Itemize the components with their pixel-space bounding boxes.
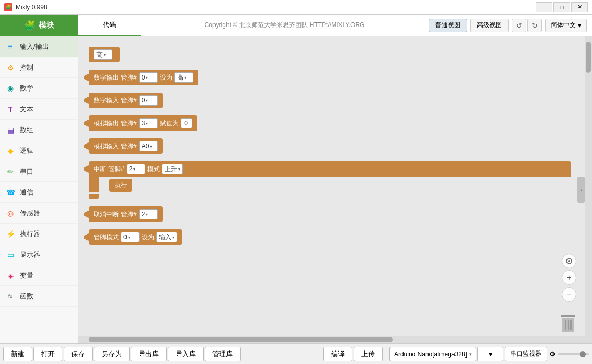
block-group-2: 数字输出 管脚# 0 ▾ 设为 高 ▾ xyxy=(89,70,571,85)
control-icon: ⚙ xyxy=(5,62,16,73)
sidebar-item-array[interactable]: ▦ 数组 xyxy=(0,120,78,140)
sidebar-item-actuator[interactable]: ⚡ 执行器 xyxy=(0,224,78,244)
pin-dropdown-3[interactable]: 0 ▾ xyxy=(139,95,158,106)
app-title: Mixly 0.998 xyxy=(16,4,47,11)
sidebar: ≡ 输入/输出 ⚙ 控制 ◉ 数学 T 文本 ▦ 数组 ◆ 逻辑 ✏ 串口 ☎ xyxy=(0,36,78,343)
pin-label-4: 管脚# xyxy=(121,119,137,128)
comm-icon: ☎ xyxy=(5,187,16,198)
block-pin-mode[interactable]: 管脚模式 0 ▾ 设为 输入 ▾ xyxy=(89,229,182,245)
sidebar-item-func[interactable]: fx 函数 xyxy=(0,286,78,307)
sidebar-item-display[interactable]: ▭ 显示器 xyxy=(0,244,78,265)
pin-dropdown-5[interactable]: A0 ▾ xyxy=(139,141,158,151)
title-bar-left: 🧩 Mixly 0.998 xyxy=(4,3,47,11)
port-select[interactable]: ▾ xyxy=(477,347,503,361)
zoom-in-button[interactable]: + xyxy=(562,270,576,285)
vertical-scrollbar[interactable] xyxy=(585,36,592,343)
sidebar-sensor-label: 传感器 xyxy=(20,209,40,218)
sidebar-item-logic[interactable]: ◆ 逻辑 xyxy=(0,140,78,161)
block-high-value[interactable]: 高 ▾ xyxy=(89,47,120,62)
minimize-button[interactable]: — xyxy=(536,2,552,12)
block-analog-output[interactable]: 模拟输出 管脚# 3 ▾ 赋值为 0 xyxy=(89,115,197,131)
collapse-panel-button[interactable]: › xyxy=(577,177,585,203)
export-lib-button[interactable]: 导出库 xyxy=(131,347,167,361)
code-tab[interactable]: 代码 xyxy=(78,15,141,36)
sidebar-text-label: 文本 xyxy=(20,105,33,114)
undo-button[interactable]: ↺ xyxy=(512,19,526,32)
sidebar-item-serial[interactable]: ✏ 串口 xyxy=(0,161,78,182)
exec-label: 执行 xyxy=(115,181,127,190)
sidebar-item-var[interactable]: ◈ 变量 xyxy=(0,265,78,286)
board-name: Arduino Nano[atmega328] xyxy=(394,350,467,358)
block-digital-output[interactable]: 数字输出 管脚# 0 ▾ 设为 高 ▾ xyxy=(89,70,198,85)
toolbar-separator-2 xyxy=(386,348,386,360)
speed-slider[interactable] xyxy=(558,347,589,361)
pin-dropdown-8[interactable]: 0 ▾ xyxy=(121,232,140,242)
save-button[interactable]: 保存 xyxy=(64,347,93,361)
advanced-view-button[interactable]: 高级视图 xyxy=(470,19,509,32)
sidebar-logic-label: 逻辑 xyxy=(20,146,33,155)
close-button[interactable]: ✕ xyxy=(571,2,588,12)
analog-input-label: 模拟输入 xyxy=(94,142,119,151)
language-button[interactable]: 简体中文 ▾ xyxy=(545,19,587,32)
canvas-area[interactable]: 高 ▾ 数字输出 管脚# 0 ▾ 设为 高 ▾ xyxy=(78,36,592,343)
scrollbar-thumb[interactable] xyxy=(586,42,591,73)
zoom-out-button[interactable]: − xyxy=(562,287,576,302)
open-button[interactable]: 打开 xyxy=(33,347,62,361)
dropdown-arrow-8: ▾ xyxy=(128,235,130,240)
analog-value-4[interactable]: 0 xyxy=(181,118,192,128)
board-select[interactable]: Arduino Nano[atmega328] ▾ xyxy=(389,347,476,361)
interrupt-label: 中断 xyxy=(94,165,106,174)
math-icon: ◉ xyxy=(5,83,16,94)
normal-view-button[interactable]: 普通视图 xyxy=(429,19,467,32)
func-icon: fx xyxy=(5,291,16,302)
sidebar-array-label: 数组 xyxy=(20,125,33,135)
import-lib-button[interactable]: 导入库 xyxy=(168,347,204,361)
pin-dropdown-2[interactable]: 0 ▾ xyxy=(139,72,158,83)
zoom-reset-icon xyxy=(565,257,573,265)
dropdown-arrow: ▾ xyxy=(104,53,106,57)
pin-dropdown-4[interactable]: 3 ▾ xyxy=(139,118,158,128)
pin-dropdown-6[interactable]: 2 ▾ xyxy=(127,164,145,174)
hscrollbar-thumb[interactable] xyxy=(89,337,393,342)
redo-button[interactable]: ↻ xyxy=(527,19,542,32)
value-dropdown-2[interactable]: 高 ▾ xyxy=(174,72,193,83)
sidebar-item-comm[interactable]: ☎ 通信 xyxy=(0,182,78,203)
block-analog-input[interactable]: 模拟输入 管脚# A0 ▾ xyxy=(89,138,163,154)
mode-dropdown-6[interactable]: 上升 ▾ xyxy=(162,164,183,174)
upload-button[interactable]: 上传 xyxy=(354,347,383,361)
serial-monitor-label: 串口监视器 xyxy=(510,349,541,358)
block-interrupt[interactable]: 中断 管脚# 2 ▾ 模式 上升 ▾ xyxy=(89,161,571,199)
block-cancel-interrupt[interactable]: 取消中断 管脚# 2 ▾ xyxy=(89,206,163,222)
pin-mode-label: 管脚模式 xyxy=(94,233,119,242)
cancel-interrupt-label: 取消中断 xyxy=(94,210,119,219)
app-icon: 🧩 xyxy=(4,3,12,11)
interrupt-header[interactable]: 中断 管脚# 2 ▾ 模式 上升 ▾ xyxy=(89,161,571,177)
compile-button[interactable]: 编译 xyxy=(323,347,352,361)
trash-area[interactable] xyxy=(559,313,577,334)
new-button[interactable]: 新建 xyxy=(3,347,32,361)
sidebar-item-sensor[interactable]: ◎ 传感器 xyxy=(0,203,78,224)
port-dropdown-arrow: ▾ xyxy=(489,350,493,358)
sidebar-item-text[interactable]: T 文本 xyxy=(0,99,78,120)
pin-dropdown-7[interactable]: 2 ▾ xyxy=(139,209,158,219)
sidebar-item-io[interactable]: ≡ 输入/输出 xyxy=(0,36,78,57)
mode-dropdown-8[interactable]: 输入 ▾ xyxy=(156,232,177,242)
maximize-button[interactable]: □ xyxy=(553,2,570,12)
blocks-tab[interactable]: 🧩 模块 xyxy=(0,15,78,36)
manage-lib-button[interactable]: 管理库 xyxy=(205,347,241,361)
block-group-1: 高 ▾ xyxy=(89,47,571,62)
sidebar-item-control[interactable]: ⚙ 控制 xyxy=(0,57,78,78)
save-as-button[interactable]: 另存为 xyxy=(94,347,130,361)
slider-thumb[interactable] xyxy=(580,351,586,357)
serial-monitor-button[interactable]: 串口监视器 xyxy=(505,347,547,361)
settings-icon[interactable]: ⚙ xyxy=(548,350,557,358)
zoom-reset-button[interactable] xyxy=(562,254,576,268)
blocks-tab-label: 模块 xyxy=(39,20,54,30)
var-icon: ◈ xyxy=(5,270,16,281)
sidebar-item-math[interactable]: ◉ 数学 xyxy=(0,78,78,99)
block-digital-input[interactable]: 数字输入 管脚# 0 ▾ xyxy=(89,93,163,108)
high-value-dropdown[interactable]: 高 ▾ xyxy=(94,49,112,60)
horizontal-scrollbar[interactable] xyxy=(78,336,585,343)
blocks-tab-icon: 🧩 xyxy=(24,20,35,31)
interrupt-footer xyxy=(89,194,99,199)
